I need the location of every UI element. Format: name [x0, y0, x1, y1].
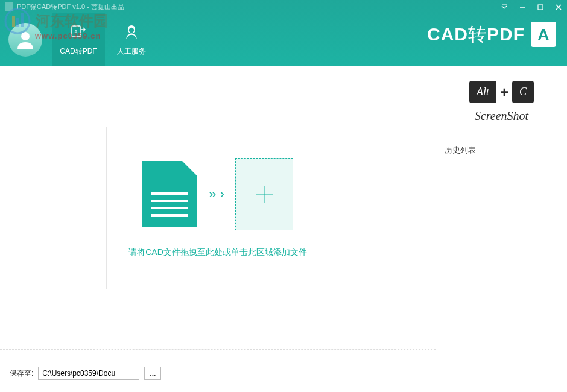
arrow-icon: » › — [209, 186, 223, 202]
side-panel: Alt + C ScreenShot 历史列表 — [436, 66, 567, 392]
main-panel: » › 请将CAD文件拖拽至此处或单击此区域添加文件 保存至: ... — [0, 66, 436, 392]
window-title: PDF猫CAD转PDF v1.0 - 菩提山出品 — [17, 2, 124, 11]
tab-label: CAD转PDF — [60, 46, 97, 57]
browse-button[interactable]: ... — [144, 367, 161, 380]
maximize-button[interactable] — [536, 2, 545, 12]
header-main: A CAD转PDF 人工服务 CAD转PDF A — [0, 13, 567, 66]
tab-label: 人工服务 — [117, 46, 146, 57]
support-icon — [122, 24, 141, 42]
close-button[interactable] — [554, 2, 563, 12]
file-icon — [142, 161, 197, 227]
save-to-label: 保存至: — [10, 368, 33, 379]
plus-icon — [251, 181, 277, 207]
svg-point-9 — [128, 27, 135, 33]
tab-cad-to-pdf[interactable]: A CAD转PDF — [52, 13, 105, 66]
screenshot-label: ScreenShot — [475, 109, 528, 123]
minimize-button[interactable] — [518, 2, 527, 12]
svg-rect-1 — [538, 5, 543, 10]
window-controls — [499, 2, 563, 12]
user-icon — [14, 29, 36, 51]
svg-point-6 — [21, 32, 30, 40]
history-title: 历史列表 — [445, 145, 559, 156]
add-file-box — [235, 158, 293, 230]
drop-area-wrap: » › 请将CAD文件拖拽至此处或单击此区域添加文件 — [0, 66, 436, 349]
screenshot-promo: Alt + C ScreenShot — [445, 81, 559, 123]
save-path-input[interactable] — [38, 367, 139, 380]
user-avatar[interactable] — [8, 23, 42, 57]
drop-hint: 请将CAD文件拖拽至此处或单击此区域添加文件 — [128, 247, 307, 258]
key-alt: Alt — [469, 81, 496, 103]
footer-bar: 保存至: ... — [0, 349, 436, 392]
key-plus: + — [500, 84, 508, 101]
brand-badge: A — [531, 22, 556, 47]
app-header: PDF猫CAD转PDF v1.0 - 菩提山出品 河东软件园 www.pc035… — [0, 0, 567, 66]
tab-support[interactable]: 人工服务 — [105, 13, 158, 66]
brand: CAD转PDF A — [427, 22, 556, 47]
brand-text: CAD转PDF — [427, 22, 525, 47]
key-c: C — [512, 81, 534, 103]
dropdown-button[interactable] — [499, 2, 509, 12]
title-bar: PDF猫CAD转PDF v1.0 - 菩提山出品 — [0, 0, 567, 13]
nav-tabs: A CAD转PDF 人工服务 — [52, 13, 158, 66]
convert-icon: A — [69, 24, 87, 42]
drop-graphic: » › — [142, 158, 293, 230]
content: » › 请将CAD文件拖拽至此处或单击此区域添加文件 保存至: ... Alt … — [0, 66, 567, 392]
app-icon — [5, 2, 13, 11]
svg-text:A: A — [74, 29, 78, 34]
file-drop-zone[interactable]: » › 请将CAD文件拖拽至此处或单击此区域添加文件 — [106, 127, 329, 289]
hotkey: Alt + C — [469, 81, 534, 103]
